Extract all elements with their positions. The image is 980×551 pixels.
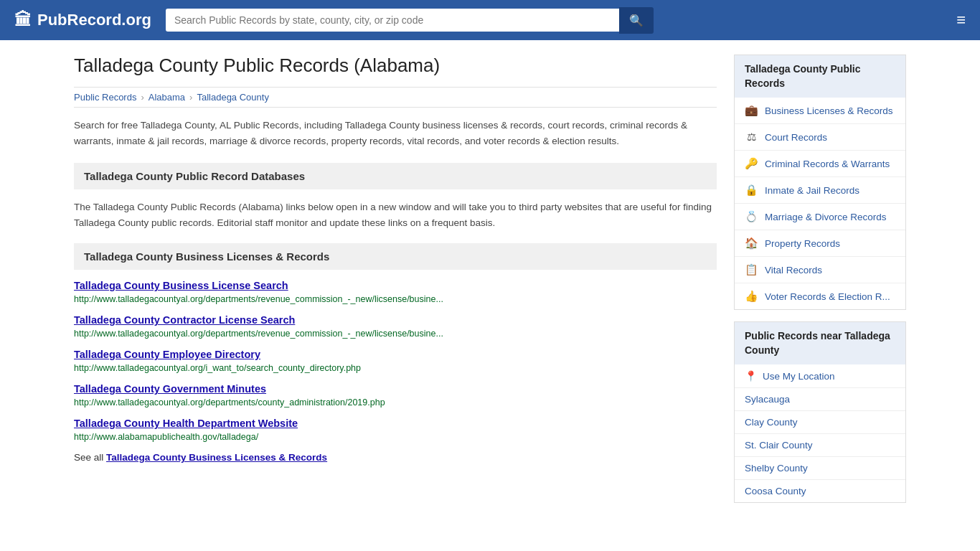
nearby-label-location: Use My Location (763, 371, 835, 382)
nearby-item-clay[interactable]: Clay County (735, 411, 905, 434)
record-url-2: http://www.talladegacountyal.org/i_want_… (74, 363, 361, 373)
logo-icon: 🏛 (14, 10, 32, 30)
business-section-header: Talladega County Business Licenses & Rec… (74, 243, 717, 270)
page-description: Search for free Talladega County, AL Pub… (74, 118, 717, 149)
page-title: Talladega County Public Records (Alabama… (74, 55, 717, 77)
home-icon: 🏠 (745, 237, 758, 250)
breadcrumb-county[interactable]: Talladega County (197, 92, 268, 103)
sidebar-item-voter[interactable]: 👍 Voter Records & Election R... (735, 283, 905, 309)
site-header: 🏛 PubRecord.org 🔍 ≡ (0, 0, 980, 40)
nearby-label-shelby: Shelby County (745, 463, 808, 474)
logo-text: PubRecord.org (37, 11, 151, 29)
sidebar-item-marriage[interactable]: 💍 Marriage & Divorce Records (735, 204, 905, 230)
nearby-item-coosa[interactable]: Coosa County (735, 480, 905, 502)
sidebar-county-box: Talladega County Public Records 💼 Busine… (734, 55, 906, 310)
pin-icon-location: 📍 (745, 370, 757, 382)
record-title-0[interactable]: Talladega County Business License Search (74, 280, 717, 291)
record-title-1[interactable]: Talladega County Contractor License Sear… (74, 314, 717, 326)
sidebar-county-header: Talladega County Public Records (735, 55, 905, 98)
sidebar-item-label-marriage: Marriage & Divorce Records (765, 212, 887, 222)
search-input[interactable] (166, 9, 619, 32)
record-entry-0: Talladega County Business License Search… (74, 280, 717, 304)
key-icon: 🔑 (745, 157, 758, 170)
databases-section-header: Talladega County Public Record Databases (74, 163, 717, 189)
clipboard-icon: 📋 (745, 263, 758, 276)
breadcrumb: Public Records › Alabama › Talladega Cou… (74, 87, 717, 108)
breadcrumb-sep-2: › (189, 92, 192, 103)
breadcrumb-alabama[interactable]: Alabama (149, 92, 185, 103)
sidebar-item-business[interactable]: 💼 Business Licenses & Records (735, 98, 905, 124)
record-title-4[interactable]: Talladega County Health Department Websi… (74, 418, 717, 429)
sidebar-item-court[interactable]: ⚖ Court Records (735, 124, 905, 151)
record-title-2[interactable]: Talladega County Employee Directory (74, 349, 717, 360)
thumbsup-icon: 👍 (745, 290, 758, 303)
sidebar-item-label-court: Court Records (765, 132, 827, 143)
record-entry-1: Talladega County Contractor License Sear… (74, 314, 717, 339)
search-bar: 🔍 (166, 7, 654, 34)
lock-icon: 🔒 (745, 184, 758, 197)
nearby-item-sylacauga[interactable]: Sylacauga (735, 388, 905, 411)
site-logo[interactable]: 🏛 PubRecord.org (14, 10, 151, 30)
sidebar-item-label-vital: Vital Records (765, 265, 822, 276)
see-all-link[interactable]: Talladega County Business Licenses & Rec… (106, 452, 327, 463)
record-entry-2: Talladega County Employee Directory http… (74, 349, 717, 373)
nearby-label-sylacauga: Sylacauga (745, 394, 790, 405)
nearby-label-clay: Clay County (745, 417, 798, 428)
sidebar: Talladega County Public Records 💼 Busine… (734, 55, 906, 514)
main-content: Talladega County Public Records (Alabama… (74, 55, 717, 514)
nearby-label-stclair: St. Clair County (745, 440, 813, 451)
sidebar-item-label-business: Business Licenses & Records (765, 105, 893, 116)
nearby-item-shelby[interactable]: Shelby County (735, 457, 905, 480)
sidebar-item-label-inmate: Inmate & Jail Records (765, 185, 859, 196)
sidebar-nearby-box: Public Records near Talladega County 📍 U… (734, 321, 906, 503)
breadcrumb-public-records[interactable]: Public Records (74, 92, 136, 103)
sidebar-item-label-property: Property Records (765, 238, 840, 249)
nearby-item-stclair[interactable]: St. Clair County (735, 434, 905, 457)
sidebar-item-criminal[interactable]: 🔑 Criminal Records & Warrants (735, 151, 905, 177)
record-url-1: http://www.talladegacountyal.org/departm… (74, 329, 443, 339)
menu-button[interactable]: ≡ (956, 11, 966, 29)
record-title-3[interactable]: Talladega County Government Minutes (74, 383, 717, 395)
databases-description: The Talladega County Public Records (Ala… (74, 199, 717, 230)
sidebar-item-vital[interactable]: 📋 Vital Records (735, 257, 905, 283)
sidebar-item-inmate[interactable]: 🔒 Inmate & Jail Records (735, 177, 905, 204)
breadcrumb-sep-1: › (141, 92, 143, 103)
record-entry-3: Talladega County Government Minutes http… (74, 383, 717, 408)
scales-icon: ⚖ (745, 131, 758, 143)
sidebar-item-property[interactable]: 🏠 Property Records (735, 230, 905, 257)
see-all-prefix: See all (74, 452, 106, 463)
search-button[interactable]: 🔍 (619, 7, 654, 34)
main-container: Talladega County Public Records (Alabama… (60, 40, 920, 529)
record-url-4: http://www.alabamapublichealth.gov/talla… (74, 432, 258, 442)
nearby-label-coosa: Coosa County (745, 486, 806, 496)
sidebar-nearby-header: Public Records near Talladega County (735, 322, 905, 364)
record-url-0: http://www.talladegacountyal.org/departm… (74, 294, 443, 304)
ring-icon: 💍 (745, 210, 758, 223)
see-all-text: See all Talladega County Business Licens… (74, 452, 717, 463)
record-url-3: http://www.talladegacountyal.org/departm… (74, 397, 385, 408)
briefcase-icon: 💼 (745, 104, 758, 117)
sidebar-item-label-voter: Voter Records & Election R... (765, 291, 890, 302)
nearby-item-location[interactable]: 📍 Use My Location (735, 364, 905, 388)
record-entry-4: Talladega County Health Department Websi… (74, 418, 717, 442)
sidebar-item-label-criminal: Criminal Records & Warrants (765, 159, 890, 169)
